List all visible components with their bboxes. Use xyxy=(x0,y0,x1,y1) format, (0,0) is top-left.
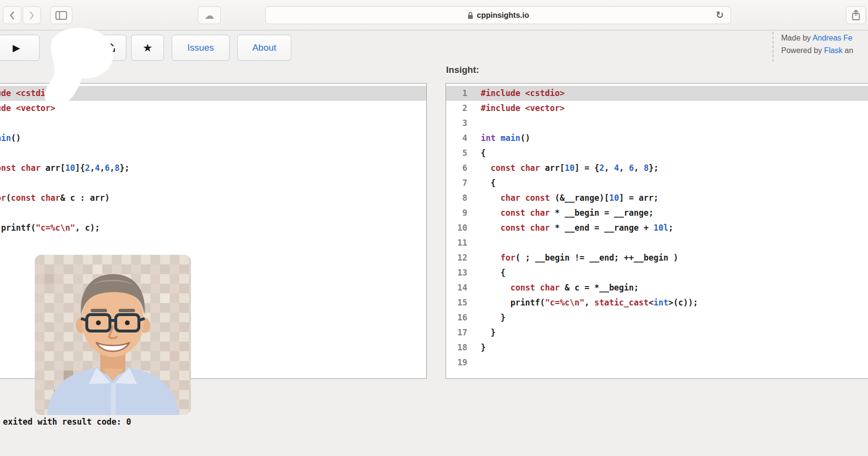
author-link[interactable]: Andreas Fe xyxy=(813,34,853,42)
code-line-text: int main() xyxy=(481,131,530,146)
insight-code-line: 8 char const (&__range)[10] = arr; xyxy=(446,191,868,206)
insight-code-line: 6 const char arr[10] = {2, 4, 6, 8}; xyxy=(446,161,868,176)
back-button[interactable] xyxy=(3,6,21,24)
insight-code-line: 19 xyxy=(446,355,868,370)
star-icon: ★ xyxy=(143,41,153,54)
lock-icon xyxy=(467,12,474,19)
sidebar-icon xyxy=(55,11,67,20)
code-line-text: printf("c=%c\n", c); xyxy=(0,221,100,235)
insight-code-line: 1#include <cstdio> xyxy=(446,86,868,101)
reload-button[interactable]: ↻ xyxy=(716,9,724,21)
url-text: cppinsights.io xyxy=(477,11,529,20)
credits: Made by Andreas Fe Powered by Flask an xyxy=(773,32,868,62)
cloud-icon: ☁ xyxy=(204,10,214,21)
issues-label: Issues xyxy=(188,42,214,53)
powered-by-suffix: an xyxy=(842,46,853,55)
source-code-line: onst char arr[10]{2,4,6,8}; xyxy=(0,161,426,176)
flask-link[interactable]: Flask xyxy=(824,46,842,55)
line-number: 5 xyxy=(446,146,473,161)
insight-code-line: 12 for( ; __begin != __end; ++__begin ) xyxy=(446,250,868,265)
insight-code-line: 18} xyxy=(446,340,868,355)
made-by-text: Made by xyxy=(781,34,813,42)
insight-code-line: 15 printf("c=%c\n", static_cast<int>(c))… xyxy=(446,295,868,310)
issues-button[interactable]: Issues xyxy=(172,35,230,61)
source-code-line: or(const char& c : arr) xyxy=(0,191,426,206)
code-line-text: or(const char& c : arr) xyxy=(0,191,109,206)
code-line-text: { xyxy=(481,146,486,161)
line-number: 1 xyxy=(446,86,473,101)
sidebar-toggle-button[interactable] xyxy=(50,6,72,24)
source-code-line xyxy=(0,206,426,221)
insight-code-line: 16 } xyxy=(446,310,868,325)
line-number: 6 xyxy=(446,161,473,176)
forward-button[interactable] xyxy=(23,6,41,24)
code-line-text: for( ; __begin != __end; ++__begin ) xyxy=(481,250,678,265)
blob-overlay xyxy=(39,27,122,114)
code-line-text: ain() xyxy=(0,131,21,146)
console-output: exited with result code: 0 xyxy=(3,417,131,427)
line-number: 11 xyxy=(446,235,473,250)
insight-code: 1#include <cstdio>2#include <vector>34in… xyxy=(446,83,868,370)
line-number: 12 xyxy=(446,250,473,265)
code-line-text: #include <vector> xyxy=(481,101,565,116)
insight-code-line: 2#include <vector> xyxy=(446,101,868,116)
blob-shape-icon xyxy=(39,27,122,112)
powered-by-text: Powered by xyxy=(781,46,824,55)
line-number: 10 xyxy=(446,221,473,235)
source-code-line: printf("c=%c\n", c); xyxy=(0,221,426,235)
code-line-text: const char arr[10] = {2, 4, 6, 8}; xyxy=(481,161,659,176)
code-line-text: } xyxy=(481,325,496,340)
share-button[interactable] xyxy=(846,6,866,24)
code-line-text: #include <cstdio> xyxy=(481,86,565,101)
line-number: 13 xyxy=(446,265,473,280)
share-icon xyxy=(851,9,861,22)
line-number: 3 xyxy=(446,116,473,131)
about-label: About xyxy=(252,42,276,53)
address-bar[interactable]: cppinsights.io ↻ xyxy=(265,6,731,24)
code-line-text: { xyxy=(481,176,496,191)
source-code-line xyxy=(0,116,426,131)
line-number: 4 xyxy=(446,131,473,146)
insight-code-line: 7 { xyxy=(446,176,868,191)
insight-code-line: 10 const char * __end = __range + 10l; xyxy=(446,221,868,235)
avatar-photo xyxy=(35,255,191,415)
chevron-left-icon xyxy=(9,11,15,20)
insight-code-line: 5{ xyxy=(446,146,868,161)
code-line-text: } xyxy=(481,310,505,325)
bookmark-button[interactable]: ★ xyxy=(131,35,164,61)
line-number: 18 xyxy=(446,340,473,355)
line-number: 9 xyxy=(446,206,473,221)
cloud-tab-button[interactable]: ☁ xyxy=(198,6,221,24)
run-button[interactable]: ▶ xyxy=(0,35,40,61)
code-line-text: onst char arr[10]{2,4,6,8}; xyxy=(0,161,130,176)
code-line-text: } xyxy=(481,340,486,355)
line-number: 2 xyxy=(446,101,473,116)
about-button[interactable]: About xyxy=(237,35,291,61)
source-code-line xyxy=(0,176,426,191)
code-line-text: const char * __begin = __range; xyxy=(481,206,653,221)
code-line-text: char const (&__range)[10] = arr; xyxy=(481,191,659,206)
line-number: 8 xyxy=(446,191,473,206)
line-number: 14 xyxy=(446,280,473,295)
powered-by-line: Powered by Flask an xyxy=(781,44,868,57)
insight-output-panel[interactable]: 1#include <cstdio>2#include <vector>34in… xyxy=(446,83,868,379)
code-line-text: const char * __end = __range + 10l; xyxy=(481,221,673,235)
insight-code-line: 17 } xyxy=(446,325,868,340)
insight-code-line: 3 xyxy=(446,116,868,131)
cppinsights-screen: { "browser": { "url_text": "cppinsights.… xyxy=(0,0,868,456)
insight-code-line: 14 const char & c = *__begin; xyxy=(446,280,868,295)
code-line-text: const char & c = *__begin; xyxy=(481,280,639,295)
insight-code-line: 11 xyxy=(446,235,868,250)
line-number: 17 xyxy=(446,325,473,340)
code-line-text: { xyxy=(481,265,505,280)
source-code-line: ain() xyxy=(0,131,426,146)
insight-code-line: 4int main() xyxy=(446,131,868,146)
browser-chrome: ☁ cppinsights.io ↻ xyxy=(0,0,868,30)
insight-code-line: 9 const char * __begin = __range; xyxy=(446,206,868,221)
insight-label: Insight: xyxy=(446,65,479,75)
line-number: 7 xyxy=(446,176,473,191)
line-number: 16 xyxy=(446,310,473,325)
source-code-line xyxy=(0,146,426,161)
line-number: 19 xyxy=(446,355,473,370)
insight-code-line: 13 { xyxy=(446,265,868,280)
